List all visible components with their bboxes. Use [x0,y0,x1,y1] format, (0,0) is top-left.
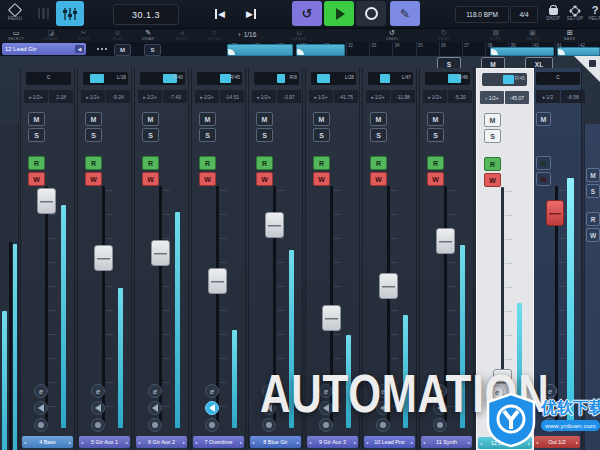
solo-button[interactable]: S [256,128,273,142]
record-enable-button[interactable] [148,418,162,432]
monitor-button[interactable] [34,401,48,415]
mute-button[interactable]: M [256,112,273,126]
draw-tool-button[interactable]: ✎DRAW [142,29,154,41]
chevron-right-icon[interactable]: ▸ [576,440,578,445]
fader-handle[interactable] [436,228,455,254]
automation-write-button[interactable]: W [484,173,501,187]
track-name-chip[interactable]: 12 Lead Gtr ◀ [2,43,86,55]
solo-button[interactable]: S [370,128,387,142]
mute-button[interactable]: M [370,112,387,126]
channel-name-label[interactable]: ◂ 9 Gtr Aux 3 ▸ [307,436,358,448]
pan-control[interactable]: R/8 [254,72,299,85]
clip-fade-handle[interactable] [558,49,565,55]
channel-edit-button[interactable]: e [34,384,48,398]
fader-handle[interactable] [151,240,170,266]
output-routing-button[interactable]: ▸ 1/2+ [252,90,276,103]
keys-button[interactable] [30,2,56,24]
fader-handle[interactable] [265,212,284,238]
channel-name-label[interactable]: ◂ 4 Bass ▸ [22,436,73,448]
collapse-arrow-icon[interactable]: ◀ [75,45,84,53]
output-routing-button[interactable]: ▸ 1/2+ [423,90,447,103]
pan-control[interactable]: C [26,72,71,85]
record-enable-button[interactable] [91,418,105,432]
automation-read-button[interactable]: R [28,156,45,170]
volume-db-value[interactable]: -5.20 [448,90,472,103]
pan-control[interactable]: L/28 [311,72,356,85]
automation-write-button[interactable]: W [586,228,600,242]
mute-button[interactable]: M [142,112,159,126]
timeline-ruler[interactable]: 2728293031323334353637383940414243 [165,42,600,56]
time-signature-display[interactable]: 4/4 [510,6,538,23]
monitor-button[interactable] [91,401,105,415]
play-button[interactable] [324,1,354,26]
clip-fade-handle[interactable] [491,49,498,55]
automation-read-button[interactable]: R [313,156,330,170]
output-routing-button[interactable]: ▸ 1/2+ [24,90,48,103]
channel-name-label[interactable]: ◂ 11 Synth ▸ [421,436,472,448]
skip-back-button[interactable]: ◀ [214,5,225,22]
range-tool-button[interactable]: ⊔RANGE [292,29,307,41]
pan-control[interactable]: R/40 [140,72,185,85]
fader-handle[interactable] [379,273,398,299]
bars-tool-button[interactable]: ⊞BARS [564,29,575,41]
volume-db-value[interactable]: -11.98 [391,90,415,103]
automation-write-button[interactable]: W [199,172,216,186]
output-routing-button[interactable]: ▸ 1/2+ [81,90,105,103]
chevron-right-icon[interactable]: ▸ [411,440,413,445]
undo-tool-button[interactable]: ↺UNDO [386,29,398,41]
erase-tool-button[interactable]: ◪ERASE [44,29,58,41]
chevron-right-icon[interactable]: ▸ [126,440,128,445]
solo-button[interactable]: S [427,128,444,142]
mute-button[interactable]: M [28,112,45,126]
volume-db-value[interactable]: -8.58 [561,90,585,103]
track-solo-button[interactable]: S [144,44,161,56]
clip-fade-handle[interactable] [228,49,235,55]
monitor-button[interactable] [148,401,162,415]
automation-write-button[interactable]: W [313,172,330,186]
pan-control[interactable]: R/45 [197,72,242,85]
mute-tool-button[interactable]: ◃MUTE [176,29,188,41]
automation-read-button[interactable]: R [199,156,216,170]
chevron-right-icon[interactable]: ▸ [240,440,242,445]
automation-write-button[interactable]: W [370,172,387,186]
menu-button[interactable]: MENU [2,2,28,24]
chevron-right-icon[interactable]: ▸ [354,440,356,445]
volume-db-value[interactable]: -3.97 [277,90,301,103]
fader-handle[interactable] [546,200,564,226]
redo-tool-button[interactable]: ↻REDO [438,29,450,41]
chevron-right-icon[interactable]: ▸ [183,440,185,445]
skip-forward-button[interactable]: ▶ [246,5,257,22]
jam-draw-button[interactable]: ✎ [390,1,420,26]
mute-button[interactable]: M [536,112,551,126]
paste-tool-button[interactable]: ▣PASTE [526,29,539,41]
fader-handle[interactable] [208,268,227,294]
copy-tool-button[interactable]: ▤COPY [490,29,502,41]
solo-button[interactable]: S [199,128,216,142]
pan-control[interactable]: C [536,72,580,85]
chevron-right-icon[interactable]: ▸ [297,440,299,445]
audio-clip[interactable] [490,47,554,56]
fader-handle[interactable] [322,305,341,331]
audio-clip[interactable] [296,44,345,56]
fader-handle[interactable] [37,188,56,214]
automation-read-button[interactable]: R [370,156,387,170]
bpm-display[interactable]: 118.0 BPM [455,6,509,23]
volume-db-value[interactable]: -7.43 [163,90,187,103]
mute-button[interactable]: M [199,112,216,126]
record-enable-button[interactable] [34,418,48,432]
channel-name-label[interactable]: ◂ 5 Gtr Aux 1 ▸ [79,436,130,448]
solo-button[interactable]: S [85,128,102,142]
mute-button[interactable]: M [586,168,600,182]
channel-name-label[interactable]: ◂ 6 Gtr Aux 2 ▸ [136,436,187,448]
audio-clip[interactable] [557,47,600,56]
chevron-right-icon[interactable]: ▸ [468,440,470,445]
volume-db-value[interactable]: -41.75 [334,90,358,103]
automation-read-button[interactable]: R [427,156,444,170]
automation-read-button[interactable]: R [142,156,159,170]
automation-read-button[interactable]: R [586,212,600,226]
output-routing-button[interactable]: ▸ 1/2+ [309,90,333,103]
help-button[interactable]: ? HELP [582,2,600,24]
automation-write-button[interactable]: W [28,172,45,186]
glue-tool-button[interactable]: ∪GLUE [112,29,123,41]
output-routing-button[interactable]: ▸ 1/2+ [195,90,219,103]
